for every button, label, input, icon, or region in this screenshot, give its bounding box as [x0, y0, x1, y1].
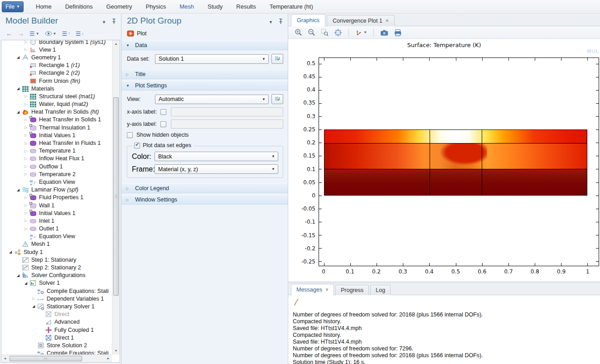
tree-item-stationary-solver-1[interactable]: ◢Stationary Solver 1	[1, 302, 111, 310]
tree-expanded-arrow-icon[interactable]: ◢	[15, 188, 22, 192]
model-tree-node-visibility-button[interactable]: ▼	[44, 30, 58, 37]
yaxis-checkbox[interactable]	[160, 121, 166, 127]
scroll-down-icon[interactable]: ▼	[112, 347, 120, 354]
tree-item-dependent-variables-1[interactable]: ▷u,v,wDependent Variables 1	[1, 295, 111, 302]
tree-item-geometry-1[interactable]: ◢Geometry 1	[1, 53, 111, 61]
plot-button[interactable]: Plot	[121, 28, 288, 39]
zoom-in-button[interactable]	[294, 28, 303, 37]
scroll-right-icon[interactable]: ►	[105, 355, 112, 362]
tab-convergence-plot[interactable]: Convergence Plot 1 ×	[327, 15, 395, 26]
tree-expanded-arrow-icon[interactable]: ◢	[15, 273, 22, 278]
tree-item-heat-transfer-in-fluids-1[interactable]: ▷Heat Transfer in Fluids 1	[1, 139, 111, 147]
tree-item-study-1[interactable]: ◢Study 1	[1, 248, 111, 256]
tree-expanded-arrow-icon[interactable]: ◢	[30, 304, 37, 308]
tree-item-initial-values-1[interactable]: ▷Initial Values 1	[1, 209, 111, 217]
tree-item-solver-1[interactable]: ◢*Solver 1	[1, 279, 111, 287]
tree-item-fully-coupled-1[interactable]: Fully Coupled 1	[1, 326, 111, 334]
tree-item-wall-1[interactable]: ▷Wall 1	[1, 201, 111, 209]
section-plot-settings[interactable]: ▼ Plot Settings	[121, 81, 288, 91]
zoom-box-button[interactable]	[320, 28, 329, 37]
view-orientation-button[interactable]: ▼	[354, 28, 368, 37]
tree-item-solver-configurations[interactable]: ◢Solver Configurations	[1, 272, 111, 279]
scrollbar-thumb[interactable]	[10, 356, 82, 361]
menu-home[interactable]: Home	[29, 0, 58, 13]
tree-item-equation-view[interactable]: auat-fEquation View	[1, 233, 111, 240]
print-button[interactable]	[393, 28, 403, 37]
tree-collapsed-arrow-icon[interactable]: ▷	[22, 211, 29, 215]
section-window-settings[interactable]: ▷ Window Settings	[121, 195, 288, 205]
section-title[interactable]: ▷ Title	[121, 69, 288, 79]
tree-item-mesh-1[interactable]: Mesh 1	[1, 240, 111, 248]
clear-messages-broom-icon[interactable]	[293, 300, 301, 307]
file-menu-button[interactable]: File ▼	[2, 1, 24, 12]
graphics-canvas[interactable]: Surface: Temperature (K) MUL 0.50.450.40…	[288, 39, 600, 282]
tree-item-step-1-stationary[interactable]: Step 1: Stationary	[1, 256, 111, 263]
menu-geometry[interactable]: Geometry	[99, 0, 139, 13]
plot-dataset-edges-checkbox[interactable]	[134, 143, 140, 148]
menu-definitions[interactable]: Definitions	[58, 0, 100, 13]
xaxis-checkbox[interactable]	[160, 109, 166, 115]
tree-item-equation-view[interactable]: auat-fEquation View	[1, 178, 111, 186]
tree-item-inflow-heat-flux-1[interactable]: ▷Inflow Heat Flux 1	[1, 155, 111, 163]
tree-collapsed-arrow-icon[interactable]: ▷	[22, 102, 29, 106]
panel-menu-icon[interactable]: ▼	[102, 20, 106, 24]
menu-study[interactable]: Study	[201, 0, 229, 13]
scroll-left-icon[interactable]: ◄	[1, 355, 9, 362]
tree-item-form-union[interactable]: Form Union(fin)	[1, 77, 111, 85]
menu-physics[interactable]: Physics	[139, 0, 173, 13]
scroll-up-icon[interactable]: ▲	[112, 40, 120, 48]
tree-item-store-solution-2[interactable]: Store Solution 2	[1, 341, 111, 349]
tree-expanded-arrow-icon[interactable]: ◢	[15, 55, 22, 59]
goto-source-button[interactable]	[271, 54, 283, 64]
tree-item-rectangle-2[interactable]: Rectangle 2(r2)	[1, 69, 111, 77]
tree-collapsed-arrow-icon[interactable]: ▷	[30, 297, 37, 301]
tree-collapsed-arrow-icon[interactable]: ▷	[22, 203, 29, 207]
tab-log[interactable]: Log	[370, 285, 391, 295]
tree-item-thermal-insulation-1[interactable]: ▷Thermal Insulation 1	[1, 124, 111, 131]
tree-item-view-1[interactable]: ▷xyView 1	[1, 46, 111, 53]
show-hidden-checkbox[interactable]	[127, 132, 133, 138]
tree-item-outflow-1[interactable]: ▷Outflow 1	[1, 163, 111, 170]
tree-collapsed-arrow-icon[interactable]: ▷	[22, 219, 29, 223]
tree-item-heat-transfer-in-solids[interactable]: ◢Heat Transfer in Solids(ht)	[1, 108, 111, 116]
close-icon[interactable]: ×	[386, 19, 389, 23]
scrollbar-thumb[interactable]	[113, 97, 119, 296]
tree-item-boundary-system-1[interactable]: ▷Boundary System 1(sys1)	[1, 40, 111, 46]
tree-item-temperature-2[interactable]: ▷Temperature 2	[1, 170, 111, 178]
edge-color-select[interactable]: Black ▼	[155, 152, 278, 161]
xaxis-input[interactable]	[171, 107, 283, 116]
tab-graphics[interactable]: Graphics	[291, 14, 325, 26]
collapse-all-button[interactable]: ☰↑	[61, 30, 72, 37]
menu-mesh[interactable]: Mesh	[173, 0, 201, 13]
dataset-select[interactable]: Solution 1 ▼	[155, 54, 269, 64]
tree-item-step-2-stationary-2[interactable]: Step 2: Stationary 2	[1, 263, 111, 271]
expand-all-button[interactable]: ☰↓	[74, 30, 85, 37]
frame-select[interactable]: Material (x, y, z) ▼	[155, 164, 278, 174]
tree-collapsed-arrow-icon[interactable]: ▷	[22, 172, 29, 176]
tree-collapsed-arrow-icon[interactable]: ▷	[22, 141, 29, 145]
tree-collapsed-arrow-icon[interactable]: ▷	[22, 125, 29, 129]
tree-expanded-arrow-icon[interactable]: ◢	[7, 250, 14, 254]
tree-expanded-arrow-icon[interactable]: ◢	[22, 281, 29, 285]
back-button[interactable]: ←	[5, 30, 14, 37]
pin-icon[interactable]	[278, 18, 283, 26]
tree-item-laminar-flow[interactable]: ◢Laminar Flow(spf)	[1, 186, 111, 194]
show-list-button[interactable]: ☰▼	[28, 30, 41, 37]
tree-vertical-scrollbar[interactable]: ▲ ▼	[112, 40, 120, 354]
zoom-out-button[interactable]	[307, 28, 316, 37]
section-data[interactable]: ▼ Data	[121, 40, 288, 50]
view-select[interactable]: Automatic ▼	[155, 95, 269, 104]
tree-item-materials[interactable]: ◢Materials	[1, 85, 111, 92]
tree-collapsed-arrow-icon[interactable]: ▷	[22, 94, 29, 98]
tree-collapsed-arrow-icon[interactable]: ▷	[22, 164, 29, 168]
tree-item-compile-equations-stati[interactable]: auatCompile Equations: Stati	[1, 287, 111, 295]
goto-source-button[interactable]	[271, 94, 283, 104]
tab-progress[interactable]: Progress	[335, 285, 369, 295]
tree-item-water-liquid[interactable]: ▷Water, liquid(mat2)	[1, 101, 111, 108]
tree-item-fluid-properties-1[interactable]: ▷Fluid Properties 1	[1, 194, 111, 201]
menu-results[interactable]: Results	[229, 0, 262, 13]
tree-item-initial-values-1[interactable]: ▷Initial Values 1	[1, 131, 111, 139]
tab-messages[interactable]: Messages ×	[291, 284, 334, 295]
tree-item-temperature-1[interactable]: ▷Temperature 1	[1, 147, 111, 155]
tree-collapsed-arrow-icon[interactable]: ▷	[22, 118, 29, 122]
